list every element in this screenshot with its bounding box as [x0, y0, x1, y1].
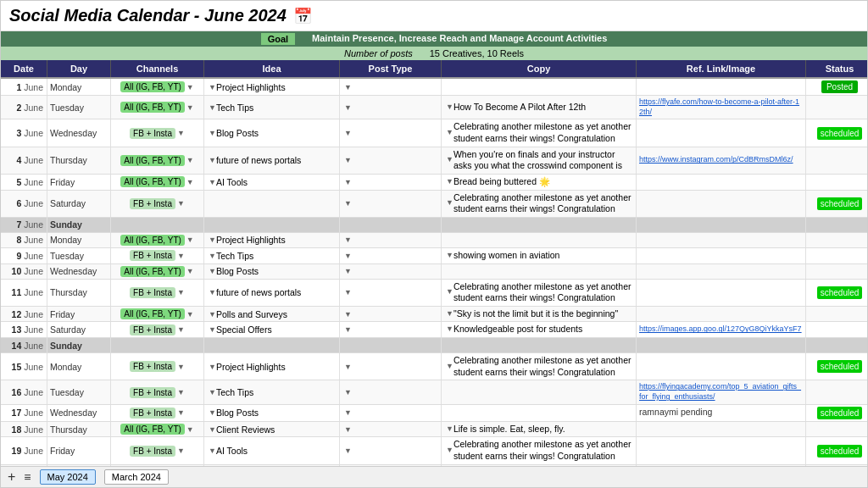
idea-cell: [204, 218, 340, 232]
link-cell: [637, 437, 806, 463]
link-cell: [637, 307, 806, 322]
idea-cell: [204, 338, 340, 352]
idea-dropdown-icon: ▼: [209, 325, 216, 334]
posts-label: Number of posts: [344, 48, 413, 58]
date-cell: 4 June: [1, 147, 47, 174]
goal-description: Maintain Presence, Increase Reach and Ma…: [312, 33, 607, 45]
status-cell: [806, 218, 867, 232]
table-row: 12 JuneFridayAll (IG, FB, YT) ▼▼ Polls a…: [1, 307, 867, 323]
sheets-menu-button[interactable]: ≡: [24, 470, 31, 484]
table-header: Date Day Channels Idea Post Type Copy Re…: [1, 60, 867, 79]
date-cell: 18 June: [1, 422, 47, 437]
posttype-cell: ▼: [340, 175, 442, 190]
date-cell: 5 June: [1, 175, 47, 190]
status-cell: scheduled: [806, 405, 867, 421]
table-row: 9 JuneTuesdayFB + Insta ▼▼ Tech Tips▼▼ s…: [1, 248, 867, 264]
idea-cell: ▼ future of news portals: [204, 147, 340, 174]
channel-cell: All (IG, FB, YT) ▼: [111, 233, 204, 247]
status-badge: scheduled: [817, 197, 863, 210]
status-cell: [806, 307, 867, 322]
app-container: Social Media Calendar - June 2024 📅 Goal…: [0, 0, 868, 488]
copy-cell: [442, 380, 637, 403]
header-channels: Channels: [111, 60, 204, 77]
status-cell: [806, 233, 867, 247]
posttype-cell: ▼: [340, 380, 442, 403]
posttype-cell: [340, 338, 442, 352]
link-cell: [637, 422, 806, 437]
date-cell: 10 June: [1, 264, 47, 279]
idea-cell: ▼ AI Tools: [204, 175, 340, 190]
status-cell: Posted: [806, 79, 867, 95]
copy-dropdown-icon: ▼: [446, 103, 453, 113]
status-badge: Posted: [821, 80, 858, 93]
table-row: 4 JuneThursdayAll (IG, FB, YT) ▼▼ future…: [1, 147, 867, 175]
channel-cell: All (IG, FB, YT) ▼: [111, 307, 204, 322]
day-cell: Monday: [47, 233, 111, 247]
copy-cell: [442, 264, 637, 279]
date-cell: 2 June: [1, 96, 47, 119]
channel-cell: All (IG, FB, YT) ▼: [111, 175, 204, 190]
link-cell: [637, 338, 806, 352]
table-row: 6 JuneSaturdayFB + Insta ▼▼▼ Celebrating…: [1, 191, 867, 218]
idea-cell: ▼ Project Highlights: [204, 79, 340, 95]
day-cell: Saturday: [47, 191, 111, 217]
idea-cell: ▼ Blog Posts: [204, 264, 340, 279]
idea-dropdown-icon: ▼: [209, 363, 216, 371]
date-cell: 7 June: [1, 218, 47, 232]
tab-march-2024[interactable]: March 2024: [104, 469, 169, 485]
idea-cell: ▼ future of news portals: [204, 280, 340, 306]
link-cell: [637, 280, 806, 306]
idea-cell: ▼ Project Highlights: [204, 233, 340, 247]
copy-cell: ▼ Bread being buttered 🌟: [442, 175, 637, 190]
header-date: Date: [1, 60, 47, 77]
table-row: 19 JuneFridayFB + Insta ▼▼ AI Tools▼▼ Ce…: [1, 437, 867, 464]
day-cell: Monday: [47, 353, 111, 380]
idea-cell: ▼ AI Tools: [204, 437, 340, 463]
link-cell: https://flyingacademy.com/top_5_aviation…: [637, 380, 806, 403]
link-cell: https://www.instagram.com/p/CdBRmsDMl6z/: [637, 147, 806, 174]
day-cell: Monday: [47, 79, 111, 95]
date-cell: 19 June: [1, 437, 47, 463]
date-cell: 3 June: [1, 119, 47, 146]
copy-dropdown-icon: ▼: [446, 309, 453, 319]
copy-dropdown-icon: ▼: [446, 177, 453, 187]
idea-dropdown-icon: ▼: [209, 408, 216, 417]
status-badge: scheduled: [817, 286, 863, 299]
posttype-cell: ▼: [340, 147, 442, 174]
status-cell: [806, 380, 867, 403]
idea-dropdown-icon: ▼: [209, 252, 216, 260]
link-cell: [637, 264, 806, 279]
status-cell: [806, 147, 867, 174]
channel-cell: All (IG, FB, YT) ▼: [111, 147, 204, 174]
copy-dropdown-icon: ▼: [446, 362, 453, 372]
add-sheet-button[interactable]: +: [8, 469, 15, 485]
day-cell: Wednesday: [47, 264, 111, 279]
idea-dropdown-icon: ▼: [209, 83, 216, 92]
tab-may-2024[interactable]: May 2024: [40, 469, 96, 485]
copy-cell: ▼ Life is simple. Eat, sleep, fly.: [442, 422, 637, 437]
status-badge: scheduled: [817, 407, 863, 419]
channel-cell: FB + Insta ▼: [111, 119, 204, 146]
date-cell: 11 June: [1, 280, 47, 306]
status-cell: scheduled: [806, 119, 867, 146]
posttype-cell: ▼: [340, 264, 442, 279]
posttype-cell: ▼: [340, 119, 442, 146]
copy-cell: ▼ Celebrating another milestone as yet a…: [442, 437, 637, 463]
table-row: 18 JuneThursdayAll (IG, FB, YT) ▼▼ Clien…: [1, 422, 867, 438]
header-status: Status: [806, 60, 868, 77]
idea-cell: ▼ Blog Posts: [204, 119, 340, 146]
channel-cell: [111, 218, 204, 232]
link-cell: ramnaymi pending: [637, 405, 806, 421]
day-cell: Tuesday: [47, 380, 111, 403]
channel-cell: All (IG, FB, YT) ▼: [111, 422, 204, 437]
channel-cell: FB + Insta ▼: [111, 280, 204, 306]
channel-cell: FB + Insta ▼: [111, 405, 204, 421]
date-cell: 14 June: [1, 338, 47, 352]
posttype-cell: ▼: [340, 280, 442, 306]
table-row: 15 JuneMondayFB + Insta ▼▼ Project Highl…: [1, 353, 867, 380]
posttype-cell: ▼: [340, 233, 442, 247]
table-row: 17 JuneWednesdayFB + Insta ▼▼ Blog Posts…: [1, 405, 867, 422]
date-cell: 13 June: [1, 322, 47, 337]
copy-dropdown-icon: ▼: [446, 287, 453, 297]
status-cell: [806, 96, 867, 119]
